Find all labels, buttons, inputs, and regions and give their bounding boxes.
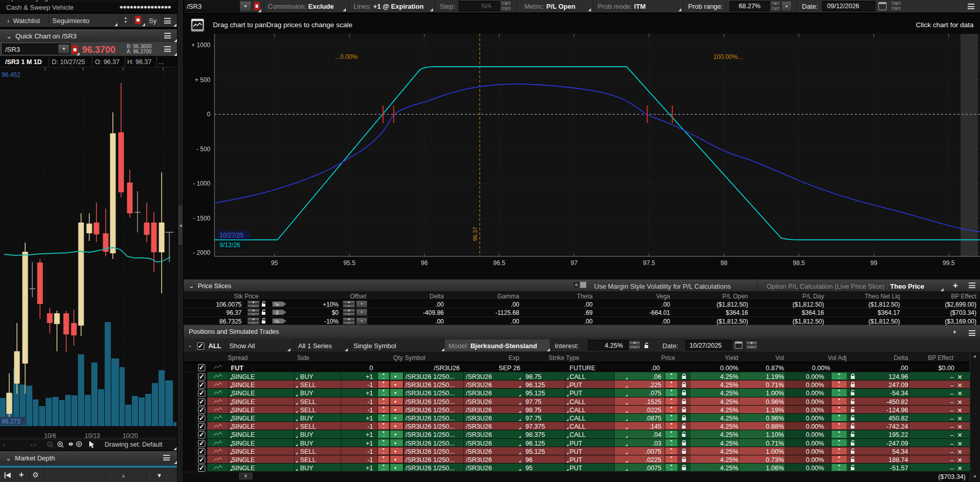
- svg-text:9/12/26: 9/12/26: [220, 242, 240, 249]
- svg-text:96.5: 96.5: [493, 259, 505, 267]
- svg-text:97: 97: [571, 259, 578, 267]
- svg-text:96: 96: [421, 259, 428, 267]
- svg-text:- 1500: - 1500: [193, 215, 210, 222]
- svg-text:95: 95: [271, 259, 278, 267]
- svg-text:98.5: 98.5: [793, 259, 805, 267]
- svg-text:100.00%...: 100.00%...: [713, 53, 742, 61]
- svg-text:+ 500: + 500: [195, 76, 211, 84]
- svg-text:- 1000: - 1000: [193, 180, 210, 187]
- svg-text:99: 99: [870, 259, 877, 267]
- svg-text:95.5: 95.5: [343, 259, 356, 267]
- svg-text:...0.00%: ...0.00%: [335, 53, 358, 61]
- svg-text:%: %: [275, 302, 279, 307]
- svg-text:- 2000: - 2000: [193, 249, 210, 256]
- svg-text:98: 98: [720, 259, 728, 267]
- svg-text:97.5: 97.5: [643, 259, 655, 267]
- svg-text:+ 1000: + 1000: [191, 42, 210, 49]
- svg-text:0: 0: [207, 111, 210, 118]
- svg-text:10/27/25: 10/27/25: [220, 232, 244, 239]
- svg-text:96.37: 96.37: [472, 227, 478, 241]
- svg-text:96.452: 96.452: [2, 71, 21, 78]
- svg-text:- 500: - 500: [197, 146, 211, 153]
- svg-text:%: %: [275, 318, 279, 324]
- svg-text:99.5: 99.5: [943, 259, 955, 267]
- svg-text:$: $: [276, 310, 278, 315]
